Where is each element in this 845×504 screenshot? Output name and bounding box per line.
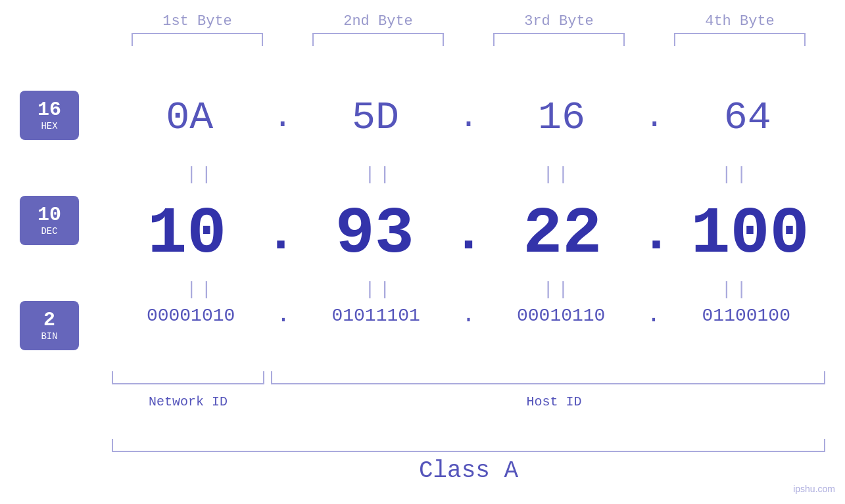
dec-val-4: 100 <box>678 197 823 271</box>
equals-row-top: || || || || <box>112 164 825 185</box>
hex-badge-label: HEX <box>41 121 57 131</box>
hex-dot-2: . <box>458 104 478 131</box>
dec-val-2: 93 <box>302 197 447 271</box>
hex-values-row: 0A . 5D . 16 . 64 <box>112 95 825 140</box>
top-bracket-3 <box>493 33 625 46</box>
bin-val-4: 01100100 <box>674 306 819 326</box>
eq-mid-1: || <box>129 279 274 300</box>
hex-badge-number: 16 <box>37 100 61 120</box>
eq-mid-3: || <box>485 279 630 300</box>
bin-values-row: 00001010 . 01011101 . 00010110 . 0110010… <box>112 302 825 329</box>
hex-dot-1: . <box>273 104 293 131</box>
top-bracket-4 <box>674 33 806 46</box>
byte-headers: 1st Byte 2nd Byte 3rd Byte 4th Byte <box>107 13 831 30</box>
host-bracket <box>271 371 825 384</box>
main-container: 1st Byte 2nd Byte 3rd Byte 4th Byte 16 H… <box>0 0 845 504</box>
bin-badge: 2 BIN <box>20 301 79 350</box>
byte-header-1: 1st Byte <box>125 13 270 30</box>
dec-val-1: 10 <box>114 197 259 271</box>
hex-val-1: 0A <box>117 95 262 140</box>
byte-header-4: 4th Byte <box>667 13 812 30</box>
bin-dot-3: . <box>646 302 660 329</box>
dec-badge: 10 DEC <box>20 196 79 245</box>
bottom-brackets <box>112 371 825 384</box>
bin-badge-label: BIN <box>41 331 57 342</box>
bin-badge-number: 2 <box>43 310 55 330</box>
eq-3: || <box>485 164 630 185</box>
dec-badge-label: DEC <box>41 226 57 237</box>
hex-dot-3: . <box>644 104 664 131</box>
dec-dot-1: . <box>265 214 297 256</box>
eq-mid-2: || <box>307 279 452 300</box>
hex-val-4: 64 <box>675 95 820 140</box>
hex-badge: 16 HEX <box>20 91 79 140</box>
class-a-bracket <box>112 439 825 452</box>
eq-4: || <box>664 164 808 185</box>
dec-badge-number: 10 <box>37 205 61 225</box>
dec-val-3: 22 <box>490 197 635 271</box>
eq-2: || <box>307 164 452 185</box>
class-a-label: Class A <box>419 457 518 484</box>
bin-dot-2: . <box>462 302 475 329</box>
bin-dot-1: . <box>276 302 290 329</box>
class-a-container: Class A <box>112 439 825 484</box>
watermark: ipshu.com <box>793 484 835 494</box>
dec-dot-3: . <box>640 214 672 256</box>
byte-header-2: 2nd Byte <box>306 13 450 30</box>
top-bracket-1 <box>132 33 263 46</box>
bin-val-3: 00010110 <box>489 306 633 326</box>
dec-values-row: 10 . 93 . 22 . 100 <box>112 197 825 271</box>
eq-mid-4: || <box>664 279 808 300</box>
byte-header-3: 3rd Byte <box>487 13 631 30</box>
equals-row-mid: || || || || <box>112 279 825 300</box>
top-bracket-2 <box>312 33 444 46</box>
hex-val-3: 16 <box>489 95 634 140</box>
network-id-label: Network ID <box>112 394 264 409</box>
top-brackets <box>107 33 831 46</box>
network-bracket <box>112 371 264 384</box>
bin-val-1: 00001010 <box>118 306 263 326</box>
host-id-label: Host ID <box>283 394 825 409</box>
eq-1: || <box>129 164 274 185</box>
dec-dot-2: . <box>452 214 484 256</box>
hex-val-2: 5D <box>303 95 448 140</box>
bin-val-2: 01011101 <box>304 306 448 326</box>
